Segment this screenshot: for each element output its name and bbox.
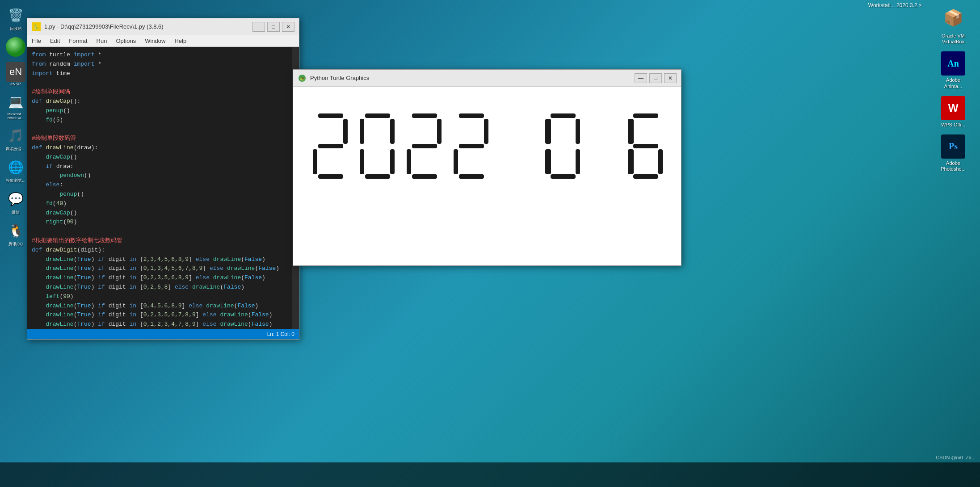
idle-maximize-button[interactable]: □ [267, 22, 280, 32]
svg-rect-9 [313, 149, 317, 174]
svg-rect-10 [318, 174, 343, 179]
sidebar-item-netease[interactable]: 🎵 网易云音... [5, 125, 26, 152]
svg-rect-7 [343, 119, 348, 144]
svg-rect-25 [454, 149, 458, 174]
menu-options[interactable]: Options [111, 36, 140, 46]
desktop-icon-wps[interactable]: W WPS Offi... [931, 96, 976, 128]
svg-rect-34 [551, 174, 576, 179]
code-line-28: drawLine(True) if digit in [0,4,5,6,8,9]… [32, 302, 287, 311]
svg-rect-13 [360, 119, 364, 144]
menu-run[interactable]: Run [92, 36, 112, 46]
turtle-title-text: Python Turtle Graphics [310, 75, 635, 81]
turtle-canvas [293, 87, 681, 265]
idle-close-button[interactable]: ✕ [282, 22, 294, 32]
svg-rect-38 [628, 119, 632, 144]
code-line-8: fd(5) [32, 116, 287, 125]
menu-window[interactable]: Window [140, 36, 170, 46]
taskbar [0, 462, 980, 487]
svg-rect-8 [318, 144, 343, 148]
idle-minimize-button[interactable]: — [252, 22, 265, 32]
code-line-10: #绘制单段数码管 [32, 134, 287, 143]
sidebar-item-office[interactable]: 💻 Microsof...Office Vi... [2, 91, 29, 120]
code-line-19: right(90) [32, 218, 287, 227]
idle-title-text: 1.py - D:\qq\2731299903\FileRecv\1.py (3… [44, 23, 252, 30]
green-app-icon [5, 36, 26, 58]
sidebar-item-recycle[interactable]: 🗑️ 回收站 [5, 4, 26, 32]
svg-point-0 [6, 37, 25, 57]
netease-icon: 🎵 [5, 125, 26, 146]
svg-rect-16 [365, 174, 390, 179]
office-icon: 💻 [5, 91, 26, 112]
code-line-14: pendown() [32, 171, 287, 181]
sidebar-item-green-app[interactable] [5, 36, 26, 58]
menu-file[interactable]: File [27, 36, 46, 46]
code-line-2: from random import * [32, 60, 287, 69]
turtle-close-button[interactable]: ✕ [664, 73, 677, 83]
svg-rect-18 [437, 119, 442, 144]
turtle-maximize-button[interactable]: □ [649, 73, 662, 83]
svg-rect-6 [318, 113, 343, 118]
svg-rect-21 [412, 174, 437, 179]
idle-window-controls: — □ ✕ [252, 22, 294, 32]
desktop-icon-photoshop[interactable]: Ps AdobePhotosho... [931, 134, 976, 172]
svg-rect-14 [390, 149, 395, 174]
code-line-23: drawLine(True) if digit in [2,3,4,5,6,8,… [32, 255, 287, 264]
code-content[interactable]: from turtle import * from random import … [27, 47, 292, 329]
sidebar-item-chrome[interactable]: 🌐 谷歌浏览... [5, 156, 26, 184]
svg-rect-31 [545, 119, 550, 144]
turtle-titlebar: 🐢 Python Turtle Graphics — □ ✕ [293, 70, 681, 87]
code-line-11: def drawLine(draw): [32, 143, 287, 153]
svg-rect-23 [484, 119, 488, 144]
photoshop-icon: Ps [941, 134, 965, 159]
sidebar-item-wechat[interactable]: 💬 微信 [5, 188, 26, 215]
idle-menubar: File Edit Format Run Options Window Help [27, 35, 299, 47]
code-line-25: drawLine(True) if digit in [0,2,3,5,6,8,… [32, 273, 287, 283]
menu-help[interactable]: Help [170, 36, 191, 46]
code-line-22: def drawDigit(digit): [32, 246, 287, 255]
menu-edit[interactable]: Edit [46, 36, 64, 46]
code-line-1: from turtle import * [32, 50, 287, 60]
desktop-icon-animate[interactable]: An AdobeAnima... [931, 51, 976, 89]
code-line-30: drawLine(True) if digit in [0,1,2,3,4,7,… [32, 320, 287, 329]
code-editor-area[interactable]: from turtle import * from random import … [27, 47, 299, 329]
svg-text:🐢: 🐢 [300, 76, 305, 81]
code-line-24: drawLine(True) if digit in [0,1,3,4,5,6,… [32, 264, 287, 273]
svg-rect-33 [545, 149, 550, 174]
code-line-20 [32, 227, 287, 236]
svg-rect-15 [360, 149, 364, 174]
sidebar-item-ensp[interactable]: eN eNSP [6, 62, 25, 86]
chrome-icon: 🌐 [5, 156, 26, 178]
menu-format[interactable]: Format [64, 36, 92, 46]
svg-rect-40 [658, 149, 663, 174]
recycle-bin-icon: 🗑️ [5, 4, 26, 26]
code-line-18: drawCap() [32, 209, 287, 218]
wps-icon: W [941, 96, 965, 120]
code-line-5: #绘制单段间隔 [32, 88, 287, 97]
code-line-29: drawLine(True) if digit in [0,2,3,5,6,7,… [32, 311, 287, 320]
turtle-minimize-button[interactable]: — [635, 73, 647, 83]
svg-rect-29 [551, 113, 576, 118]
code-line-21: #根据要输出的数字绘制七段数码管 [32, 236, 287, 246]
code-line-27: left(90) [32, 292, 287, 302]
turtle-graphics-window: 🐢 Python Turtle Graphics — □ ✕ [293, 69, 681, 266]
qq-icon: 🐧 [5, 220, 26, 241]
animate-icon: An [941, 51, 965, 76]
svg-rect-32 [576, 149, 580, 174]
right-desktop-icons: 📦 Oracle VMVirtualBox An AdobeAnima... W… [926, 0, 980, 179]
idle-status-bar: Ln: 1 Col: 0 [27, 329, 299, 339]
top-bar-info: Workstati... 2020.3.2 × [868, 2, 922, 8]
idle-title-icon: 🐍 [32, 22, 41, 31]
code-line-13: if draw: [32, 162, 287, 172]
desktop-icon-virtualbox[interactable]: 📦 Oracle VMVirtualBox [931, 4, 976, 45]
turtle-window-controls: — □ ✕ [635, 73, 677, 83]
svg-rect-30 [576, 119, 580, 144]
svg-rect-37 [633, 113, 658, 118]
svg-rect-22 [459, 113, 484, 118]
seven-segment-display [304, 96, 670, 256]
svg-rect-19 [412, 144, 437, 148]
ensp-icon: eN [6, 62, 25, 82]
code-line-6: def drawCap(): [32, 97, 287, 106]
sidebar-item-qq[interactable]: 🐧 腾讯QQ [5, 220, 26, 247]
virtualbox-icon: 📦 [940, 4, 967, 31]
code-line-3: import time [32, 69, 287, 79]
